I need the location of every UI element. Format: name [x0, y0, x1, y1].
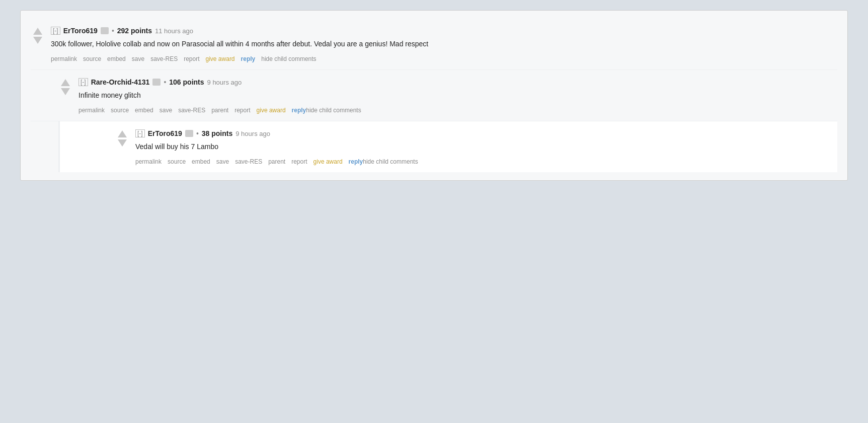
timestamp: 9 hours ago — [207, 79, 242, 86]
embed-link[interactable]: embed — [107, 54, 126, 63]
hide-children-link[interactable]: hide child comments — [306, 106, 361, 115]
comment-text: Infinite money glitch — [78, 90, 837, 101]
report-link[interactable]: report — [291, 157, 307, 166]
save-link[interactable]: save — [216, 157, 229, 166]
report-link[interactable]: report — [184, 54, 199, 63]
hide-children-link[interactable]: hide child comments — [261, 54, 316, 63]
flair-icon — [101, 27, 109, 34]
username[interactable]: ErToro619 — [63, 27, 98, 35]
comment-header: [-] ErToro619 • 292 points 11 hours ago — [51, 27, 837, 35]
collapse-button[interactable]: [-] — [78, 78, 88, 86]
comment-thread: [-] ErToro619 • 292 points 11 hours ago … — [20, 10, 848, 181]
permalink-link[interactable]: permalink — [78, 106, 105, 115]
comment-row: [-] Rare-Orchid-4131 • 106 points 9 hour… — [58, 70, 837, 121]
vote-arrows — [115, 129, 129, 166]
downvote-button[interactable] — [61, 88, 70, 95]
save-link[interactable]: save — [132, 54, 144, 63]
flair-icon — [152, 79, 161, 86]
username[interactable]: ErToro619 — [148, 129, 182, 137]
embed-link[interactable]: embed — [192, 157, 210, 166]
comment-row: [-] ErToro619 • 38 points 9 hours ago Ve… — [115, 121, 837, 172]
hide-children-link[interactable]: hide child comments — [363, 157, 418, 166]
source-link[interactable]: source — [111, 106, 129, 115]
separator: • — [164, 78, 166, 86]
comment-body: [-] ErToro619 • 292 points 11 hours ago … — [51, 27, 837, 63]
downvote-button[interactable] — [33, 37, 42, 44]
separator: • — [196, 129, 199, 137]
flair-icon — [185, 130, 193, 137]
permalink-link[interactable]: permalink — [51, 54, 77, 63]
comment-row: [-] ErToro619 • 292 points 11 hours ago … — [31, 19, 837, 69]
vote-arrows — [31, 27, 45, 63]
comment-header: [-] ErToro619 • 38 points 9 hours ago — [135, 129, 837, 137]
permalink-link[interactable]: permalink — [135, 157, 162, 166]
username[interactable]: Rare-Orchid-4131 — [91, 78, 150, 86]
reply-link[interactable]: reply — [292, 106, 306, 115]
save-res-link[interactable]: save-RES — [150, 54, 178, 63]
comment-body: [-] ErToro619 • 38 points 9 hours ago Ve… — [135, 129, 837, 166]
reply-link[interactable]: reply — [349, 157, 363, 166]
reply-link[interactable]: reply — [241, 54, 256, 63]
embed-link[interactable]: embed — [135, 106, 153, 115]
comment-actions: permalink source embed save save-RES par… — [135, 157, 837, 166]
downvote-button[interactable] — [118, 139, 127, 147]
give-award-link[interactable]: give award — [257, 106, 286, 115]
report-link[interactable]: report — [234, 106, 250, 115]
upvote-button[interactable] — [118, 130, 127, 137]
upvote-button[interactable] — [33, 28, 42, 35]
source-link[interactable]: source — [83, 54, 101, 63]
points: 292 points — [117, 27, 152, 35]
comment-header: [-] Rare-Orchid-4131 • 106 points 9 hour… — [78, 78, 837, 86]
give-award-link[interactable]: give award — [313, 157, 343, 166]
collapse-button[interactable]: [-] — [135, 129, 145, 137]
timestamp: 9 hours ago — [235, 130, 270, 137]
upvote-button[interactable] — [61, 79, 70, 86]
source-link[interactable]: source — [168, 157, 186, 166]
separator: • — [112, 27, 114, 35]
collapse-button[interactable]: [-] — [51, 27, 60, 35]
comment-body: [-] Rare-Orchid-4131 • 106 points 9 hour… — [78, 78, 837, 115]
parent-link[interactable]: parent — [211, 106, 228, 115]
comment-text: 300k follower, Hololive collab and now o… — [51, 39, 837, 49]
comment-actions: permalink source embed save save-RES par… — [78, 106, 837, 115]
points: 38 points — [202, 129, 232, 137]
save-res-link[interactable]: save-RES — [235, 157, 262, 166]
comment-actions: permalink source embed save save-RES rep… — [51, 54, 837, 63]
give-award-link[interactable]: give award — [206, 54, 235, 63]
points: 106 points — [169, 78, 204, 86]
vote-arrows — [58, 78, 72, 115]
save-link[interactable]: save — [160, 106, 172, 115]
parent-link[interactable]: parent — [268, 157, 285, 166]
comment-text: Vedal will buy his 7 Lambo — [135, 142, 837, 152]
timestamp: 11 hours ago — [155, 27, 193, 35]
save-res-link[interactable]: save-RES — [178, 106, 205, 115]
